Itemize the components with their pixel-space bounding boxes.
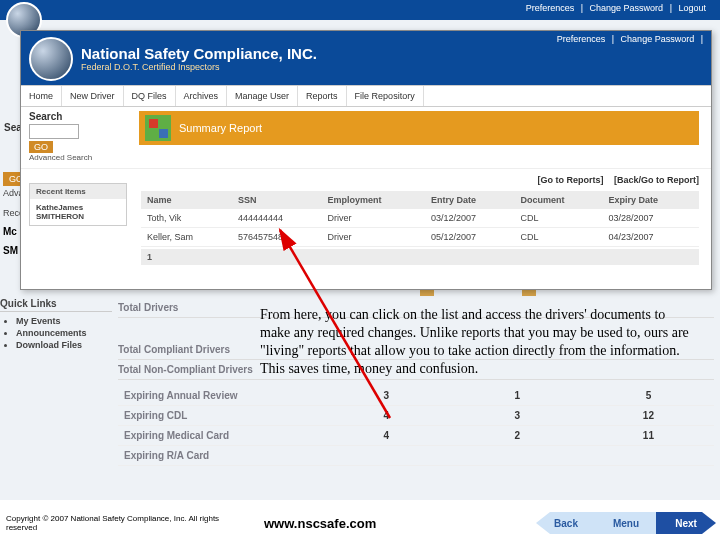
logout-link[interactable]: Logout — [674, 3, 710, 13]
nav-home[interactable]: Home — [21, 86, 62, 106]
cell: 12 — [583, 406, 714, 425]
win-adv-link[interactable]: Advanced Search — [29, 153, 129, 162]
chpw-link[interactable]: Change Password — [586, 3, 668, 13]
row-label: Expiring CDL — [118, 406, 321, 425]
menu-button[interactable]: Menu — [596, 512, 656, 534]
expiry-row: Expiring Annual Review 3 1 5 — [118, 386, 714, 406]
win-top-links: Preferences | Change Password | — [545, 31, 711, 47]
cell-emp: Driver — [322, 209, 426, 228]
cell: 4 — [321, 406, 452, 425]
copyright-text: Copyright © 2007 National Safety Complia… — [0, 514, 240, 532]
win-nav: Home New Driver DQ Files Archives Manage… — [21, 85, 711, 107]
back-button[interactable]: Back — [536, 512, 596, 534]
win-go-button[interactable]: GO — [29, 141, 53, 153]
banner-text: Summary Report — [179, 122, 262, 134]
nav-reports[interactable]: Reports — [298, 86, 347, 106]
search-input[interactable] — [29, 124, 79, 139]
ql-download-files[interactable]: Download Files — [16, 340, 112, 350]
col-entry-date: Entry Date — [425, 191, 514, 209]
col-ssn: SSN — [232, 191, 322, 209]
table-row[interactable]: Toth, Vik 444444444 Driver 03/12/2007 CD… — [141, 209, 699, 228]
ql-announcements[interactable]: Announcements — [16, 328, 112, 338]
cell-entry: 05/12/2007 — [425, 228, 514, 247]
expiry-row: Expiring R/A Card — [118, 446, 714, 466]
cell: 3 — [321, 386, 452, 405]
cell: 2 — [452, 426, 583, 445]
win-subtitle: Federal D.O.T. Certified Inspectors — [81, 62, 317, 72]
cell-name: Toth, Vik — [141, 209, 232, 228]
next-button[interactable]: Next — [656, 512, 716, 534]
cell-exp: 03/28/2007 — [602, 209, 699, 228]
driver-table: Name SSN Employment Entry Date Document … — [141, 191, 699, 247]
cell: 5 — [583, 386, 714, 405]
recent-header: Recent Items — [30, 184, 126, 199]
table-row[interactable]: Keller, Sam 576457548 Driver 05/12/2007 … — [141, 228, 699, 247]
summary-banner: Summary Report — [139, 111, 699, 145]
go-to-reports-link[interactable]: [Go to Reports] — [537, 175, 603, 185]
cell-emp: Driver — [322, 228, 426, 247]
col-expiry-date: Expiry Date — [602, 191, 699, 209]
nav-new-driver[interactable]: New Driver — [62, 86, 124, 106]
explanation-text: From here, you can click on the list and… — [260, 306, 690, 378]
cell — [583, 446, 714, 465]
expiry-row: Expiring CDL 4 3 12 — [118, 406, 714, 426]
col-employment: Employment — [322, 191, 426, 209]
cell-entry: 03/12/2007 — [425, 209, 514, 228]
expiry-row: Expiring Medical Card 4 2 11 — [118, 426, 714, 446]
footer: Copyright © 2007 National Safety Complia… — [0, 506, 720, 540]
cell-doc: CDL — [515, 209, 603, 228]
cell-ssn: 444444444 — [232, 209, 322, 228]
cell: 3 — [452, 406, 583, 425]
nav-dq-files[interactable]: DQ Files — [124, 86, 176, 106]
footer-url[interactable]: www.nscsafe.com — [240, 516, 536, 531]
win-logo-icon — [29, 37, 73, 81]
cell-name: Keller, Sam — [141, 228, 232, 247]
win-pref-link[interactable]: Preferences — [553, 34, 610, 44]
cell — [452, 446, 583, 465]
recent-items-box: Recent Items KatheJames SMITHERON — [29, 183, 127, 226]
cell: 4 — [321, 426, 452, 445]
pager[interactable]: 1 — [141, 249, 699, 265]
row-label: Expiring Medical Card — [118, 426, 321, 445]
cell: 1 — [452, 386, 583, 405]
cell — [321, 446, 452, 465]
col-name: Name — [141, 191, 232, 209]
win-search-label: Search — [29, 111, 129, 122]
pref-link[interactable]: Preferences — [522, 3, 579, 13]
row-label: Expiring R/A Card — [118, 446, 321, 465]
popup-window: Preferences | Change Password | National… — [20, 30, 712, 290]
puzzle-icon — [145, 115, 171, 141]
ql-my-events[interactable]: My Events — [16, 316, 112, 326]
search-band: Search GO Advanced Search Summary Report — [21, 107, 711, 169]
back-header: Preferences | Change Password | Logout — [0, 0, 720, 20]
win-title: National Safety Compliance, INC. — [81, 45, 317, 62]
nav-archives[interactable]: Archives — [176, 86, 228, 106]
col-document: Document — [515, 191, 603, 209]
win-chpw-link[interactable]: Change Password — [617, 34, 699, 44]
cell-exp: 04/23/2007 — [602, 228, 699, 247]
table-header-row: Name SSN Employment Entry Date Document … — [141, 191, 699, 209]
quick-links-panel: Quick Links My Events Announcements Down… — [0, 298, 112, 352]
cell: 11 — [583, 426, 714, 445]
nav-file-repository[interactable]: File Repository — [347, 86, 424, 106]
row-label: Expiring Annual Review — [118, 386, 321, 405]
expiry-table: Expiring Annual Review 3 1 5 Expiring CD… — [118, 386, 714, 466]
nav-manage-user[interactable]: Manage User — [227, 86, 298, 106]
back-go-to-report-link[interactable]: [Back/Go to Report] — [614, 175, 699, 185]
cell-doc: CDL — [515, 228, 603, 247]
cell-ssn: 576457548 — [232, 228, 322, 247]
quick-links-title: Quick Links — [0, 298, 112, 312]
recent-item[interactable]: KatheJames SMITHERON — [30, 199, 126, 225]
